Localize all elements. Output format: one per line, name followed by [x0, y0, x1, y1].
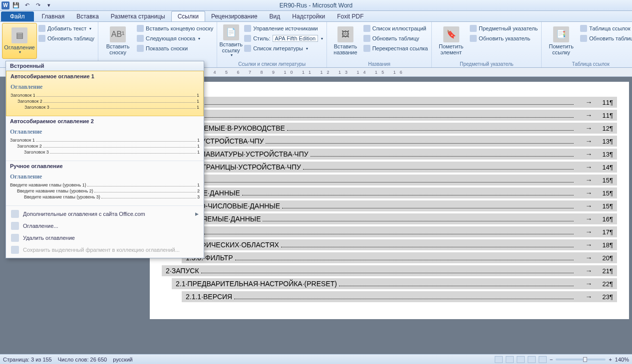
status-language[interactable]: русский: [113, 357, 132, 363]
toc-entry[interactable]: ОТА·В·ГРАФИЧЕСКИХ·ОБЛАСТЯХ→18¶: [162, 239, 617, 250]
show-notes-button[interactable]: Показать сноски: [135, 44, 215, 53]
view-web-icon[interactable]: [517, 356, 525, 363]
office-icon: [11, 210, 19, 218]
update-toa-icon: [580, 35, 587, 42]
toc-entry[interactable]: ИСАНИЕ·СТРАНИЦЫ·УСТРОЙСТВА·ЧПУ→14¶: [162, 162, 617, 173]
ribbon-tabs: Файл Главная Вставка Разметка страницы С…: [0, 11, 632, 22]
view-draft-icon[interactable]: [539, 356, 547, 363]
update-figures-icon: [363, 35, 370, 42]
zoom-in-button[interactable]: +: [609, 357, 612, 363]
show-notes-icon: [137, 45, 144, 52]
view-fullscreen-icon[interactable]: [506, 356, 514, 363]
gallery-builtin-header: Встроенный: [6, 61, 204, 71]
cross-reference-button[interactable]: Перекрестная ссылка: [362, 44, 430, 53]
table-of-contents-button[interactable]: ▤ Оглавление▾: [2, 23, 37, 59]
citation-icon: 📄: [223, 24, 239, 40]
citation-style-dropdown[interactable]: Стиль: APA Fifth Edition▾: [243, 34, 324, 43]
redo-icon[interactable]: ↷: [33, 1, 42, 10]
toc-entry[interactable]: 2.1.1·ВЕРСИЯ→23¶: [182, 291, 617, 302]
tab-review[interactable]: Рецензирование: [205, 11, 264, 21]
citations-group-label: Ссылки и списки литературы: [219, 61, 324, 67]
update-figures-button[interactable]: Обновить таблицу: [362, 34, 430, 43]
toa-group-label: Таблица ссылок: [544, 61, 632, 67]
update-index-button[interactable]: Обновить указатель: [468, 34, 539, 43]
undo-icon[interactable]: ↶: [22, 1, 31, 10]
tab-foxit-pdf[interactable]: Foxit PDF: [331, 11, 369, 21]
toa-icon: [580, 25, 587, 32]
mark-citation-icon: 📑: [553, 26, 569, 42]
insert-caption-button[interactable]: 🖼 Вставить название: [329, 23, 361, 59]
mark-entry-button[interactable]: 🔖 Пометить элемент: [434, 23, 468, 59]
insert-index-button[interactable]: Предметный указатель: [468, 24, 539, 33]
toc-entry[interactable]: 1.5.0.·ФИЛЬТР→20¶: [182, 252, 617, 263]
tab-insert[interactable]: Вставка: [70, 11, 105, 21]
update-table-button[interactable]: Обновить таблицу: [37, 34, 96, 43]
toc-entry[interactable]: ИСАНИЕ·КЛАВИАТУРЫ·УСТРОЙСТВА·ЧПУ→13¶: [162, 149, 617, 160]
toc-entry[interactable]: ·НЕИЗМЕНЯЕМЫЕ·ДАННЫЕ→16¶: [162, 213, 617, 224]
insert-citation-button[interactable]: 📄 Вставить ссылку▾: [219, 23, 243, 59]
zoom-slider[interactable]: [556, 359, 606, 361]
tab-references[interactable]: Ссылки: [171, 11, 205, 21]
gallery-item-auto-toc-1[interactable]: Автособираемое оглавление 1 Оглавление З…: [6, 71, 204, 116]
toc-entry[interactable]: ·ЧИСЛОВЫЕ·ДАННЫЕ→15¶: [162, 187, 617, 198]
insert-footnote-button[interactable]: AB¹ Вставить сноску: [100, 23, 135, 59]
zoom-out-button[interactable]: −: [550, 357, 553, 363]
toc-entry[interactable]: 2·ЗАПУСК→21¶: [162, 265, 617, 276]
toc-icon: ▤: [11, 27, 27, 43]
view-print-layout-icon[interactable]: [495, 356, 503, 363]
add-text-button[interactable]: Добавить текст▾: [37, 24, 96, 33]
endnote-icon: [137, 25, 144, 32]
index-icon: [470, 25, 477, 32]
toc-entry[interactable]: Е→11¶: [162, 97, 617, 108]
footnote-icon: AB¹: [110, 26, 126, 42]
document-page[interactable]: Е→11¶ФУНКЦИИ→11¶ИСПОЛЬЗУЕМЫЕ·В·РУКОВОДСТ…: [150, 82, 629, 319]
gallery-remove-toc[interactable]: Удалить оглавление: [6, 232, 204, 244]
toc-entry[interactable]: ОБЩЕНИЯ→17¶: [162, 226, 617, 237]
update-toa-button[interactable]: Обновить таблицу: [579, 34, 632, 43]
toc-entry[interactable]: ИСПОЛЬЗУЕМЫЕ·В·РУКОВОДСТВЕ→12¶: [162, 123, 617, 134]
gallery-item-manual-toc[interactable]: Ручное оглавление Оглавление Введите наз…: [6, 161, 204, 206]
tab-addins[interactable]: Надстройки: [286, 11, 331, 21]
tab-file[interactable]: Файл: [1, 11, 34, 21]
figures-icon: [363, 25, 370, 32]
tab-page-layout[interactable]: Разметка страницы: [105, 11, 171, 21]
insert-endnote-button[interactable]: Вставить концевую сноску: [135, 24, 215, 33]
toc-custom-icon: [11, 222, 19, 230]
view-outline-icon[interactable]: [528, 356, 536, 363]
gallery-item-auto-toc-2[interactable]: Автособираемое оглавление 2 Оглавление З…: [6, 116, 204, 161]
status-bar: Страница: 3 из 155 Число слов: 26 650 ру…: [0, 354, 632, 364]
tab-view[interactable]: Вид: [264, 11, 287, 21]
insert-toa-button[interactable]: Таблица ссылок: [579, 24, 632, 33]
bibliography-button[interactable]: Список литературы▾: [243, 44, 324, 53]
bibliography-icon: [244, 45, 251, 52]
toc-gallery-dropdown: Встроенный Автособираемое оглавление 1 О…: [5, 61, 204, 258]
toc-entry[interactable]: ·БУКВЕННО-ЧИСЛОВЫЕ·ДАННЫЕ→15¶: [162, 200, 617, 211]
window-title: ER90-Rus - Microsoft Word: [280, 2, 352, 9]
status-page[interactable]: Страница: 3 из 155: [3, 357, 52, 363]
toc-entry[interactable]: ЗОВАНИЕ·УСТРОЙСТВА·ЧПУ→13¶: [162, 136, 617, 147]
gallery-more-from-office[interactable]: Дополнительные оглавления с сайта Office…: [6, 208, 204, 220]
toc-entry[interactable]: Д·ДАННЫХ→15¶: [162, 175, 617, 185]
qat-customize-icon[interactable]: ▾: [44, 1, 53, 10]
gallery-custom-toc[interactable]: Оглавление...: [6, 220, 204, 232]
index-group-label: Предметный указатель: [434, 61, 539, 67]
save-icon[interactable]: 💾: [11, 1, 20, 10]
mark-entry-icon: 🔖: [443, 26, 459, 42]
next-footnote-button[interactable]: Следующая сноска▾: [135, 34, 215, 43]
crossref-icon: [363, 45, 370, 52]
manage-sources-icon: [244, 25, 251, 32]
tab-home[interactable]: Главная: [36, 11, 71, 21]
toc-entry[interactable]: ФУНКЦИИ→11¶: [162, 110, 617, 121]
status-word-count[interactable]: Число слов: 26 650: [58, 357, 107, 363]
manage-sources-button[interactable]: Управление источниками: [243, 24, 324, 33]
next-footnote-icon: [137, 35, 144, 42]
zoom-level[interactable]: 140%: [615, 357, 629, 363]
mark-citation-button[interactable]: 📑 Пометить ссылку: [544, 23, 579, 59]
style-icon: [244, 35, 251, 42]
title-bar: W 💾 ↶ ↷ ▾ ER90-Rus - Microsoft Word: [0, 0, 632, 11]
table-of-figures-button[interactable]: Список иллюстраций: [362, 24, 430, 33]
word-app-icon: W: [1, 1, 9, 9]
remove-icon: [11, 234, 19, 242]
caption-icon: 🖼: [337, 26, 353, 42]
toc-entry[interactable]: 2.1·ПРЕДВАРИТЕЛЬНАЯ·НАСТРОЙКА·(PRESET)→2…: [172, 278, 617, 289]
